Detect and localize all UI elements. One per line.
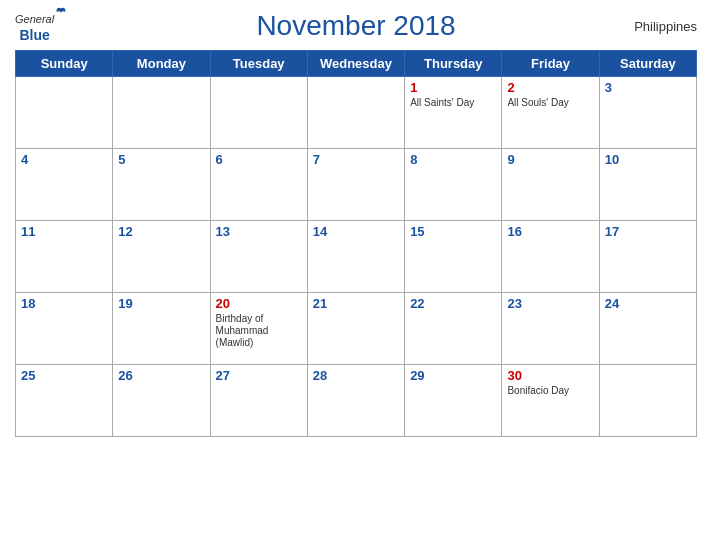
calendar-cell: 24 — [599, 293, 696, 365]
day-number: 7 — [313, 152, 399, 167]
header-wednesday: Wednesday — [307, 51, 404, 77]
calendar-cell: 19 — [113, 293, 210, 365]
calendar-cell: 13 — [210, 221, 307, 293]
calendar-cell: 17 — [599, 221, 696, 293]
calendar-cell — [307, 77, 404, 149]
logo-bird-icon — [54, 7, 68, 21]
day-number: 13 — [216, 224, 302, 239]
calendar-cell: 23 — [502, 293, 599, 365]
day-number: 10 — [605, 152, 691, 167]
calendar-cell: 26 — [113, 365, 210, 437]
day-number: 30 — [507, 368, 593, 383]
day-number: 3 — [605, 80, 691, 95]
calendar-week-row: 1All Saints' Day2All Souls' Day3 — [16, 77, 697, 149]
day-number: 22 — [410, 296, 496, 311]
day-number: 6 — [216, 152, 302, 167]
day-number: 17 — [605, 224, 691, 239]
calendar-cell: 21 — [307, 293, 404, 365]
calendar-cell — [16, 77, 113, 149]
holiday-name: Bonifacio Day — [507, 385, 593, 397]
calendar-cell: 8 — [405, 149, 502, 221]
day-number: 4 — [21, 152, 107, 167]
calendar-cell: 28 — [307, 365, 404, 437]
calendar-cell: 20Birthday of Muhammad (Mawlid) — [210, 293, 307, 365]
header-friday: Friday — [502, 51, 599, 77]
day-number: 29 — [410, 368, 496, 383]
calendar-cell: 12 — [113, 221, 210, 293]
days-header-row: Sunday Monday Tuesday Wednesday Thursday… — [16, 51, 697, 77]
calendar-week-row: 181920Birthday of Muhammad (Mawlid)21222… — [16, 293, 697, 365]
calendar-cell: 18 — [16, 293, 113, 365]
day-number: 5 — [118, 152, 204, 167]
day-number: 20 — [216, 296, 302, 311]
day-number: 11 — [21, 224, 107, 239]
calendar-cell: 7 — [307, 149, 404, 221]
holiday-name: All Saints' Day — [410, 97, 496, 109]
calendar-cell: 6 — [210, 149, 307, 221]
day-number: 26 — [118, 368, 204, 383]
logo-general-text: General — [15, 13, 54, 25]
header-sunday: Sunday — [16, 51, 113, 77]
calendar-cell: 14 — [307, 221, 404, 293]
calendar-header: General Blue November 2018 Philippines — [15, 10, 697, 42]
calendar-cell: 30Bonifacio Day — [502, 365, 599, 437]
day-number: 21 — [313, 296, 399, 311]
calendar-cell: 1All Saints' Day — [405, 77, 502, 149]
calendar-cell: 15 — [405, 221, 502, 293]
header-monday: Monday — [113, 51, 210, 77]
calendar-cell — [599, 365, 696, 437]
day-number: 8 — [410, 152, 496, 167]
calendar-cell: 9 — [502, 149, 599, 221]
calendar-cell: 16 — [502, 221, 599, 293]
calendar-cell: 22 — [405, 293, 502, 365]
calendar-cell — [210, 77, 307, 149]
calendar-cell: 27 — [210, 365, 307, 437]
calendar-cell: 10 — [599, 149, 696, 221]
day-number: 27 — [216, 368, 302, 383]
calendar-cell: 3 — [599, 77, 696, 149]
day-number: 18 — [21, 296, 107, 311]
day-number: 2 — [507, 80, 593, 95]
day-number: 14 — [313, 224, 399, 239]
calendar-cell: 5 — [113, 149, 210, 221]
logo-blue-text: Blue — [19, 27, 49, 43]
day-number: 16 — [507, 224, 593, 239]
calendar-cell: 4 — [16, 149, 113, 221]
day-number: 9 — [507, 152, 593, 167]
calendar-title: November 2018 — [256, 10, 455, 42]
calendar-week-row: 45678910 — [16, 149, 697, 221]
day-number: 23 — [507, 296, 593, 311]
calendar-cell: 2All Souls' Day — [502, 77, 599, 149]
country-label: Philippines — [634, 19, 697, 34]
calendar-cell: 25 — [16, 365, 113, 437]
header-saturday: Saturday — [599, 51, 696, 77]
header-thursday: Thursday — [405, 51, 502, 77]
calendar-cell: 29 — [405, 365, 502, 437]
holiday-name: All Souls' Day — [507, 97, 593, 109]
logo: General Blue — [15, 9, 54, 43]
day-number: 1 — [410, 80, 496, 95]
calendar-week-row: 11121314151617 — [16, 221, 697, 293]
calendar-cell — [113, 77, 210, 149]
day-number: 28 — [313, 368, 399, 383]
day-number: 15 — [410, 224, 496, 239]
calendar-cell: 11 — [16, 221, 113, 293]
day-number: 24 — [605, 296, 691, 311]
day-number: 12 — [118, 224, 204, 239]
header-tuesday: Tuesday — [210, 51, 307, 77]
calendar-table: Sunday Monday Tuesday Wednesday Thursday… — [15, 50, 697, 437]
calendar-week-row: 252627282930Bonifacio Day — [16, 365, 697, 437]
day-number: 19 — [118, 296, 204, 311]
day-number: 25 — [21, 368, 107, 383]
holiday-name: Birthday of Muhammad (Mawlid) — [216, 313, 302, 349]
